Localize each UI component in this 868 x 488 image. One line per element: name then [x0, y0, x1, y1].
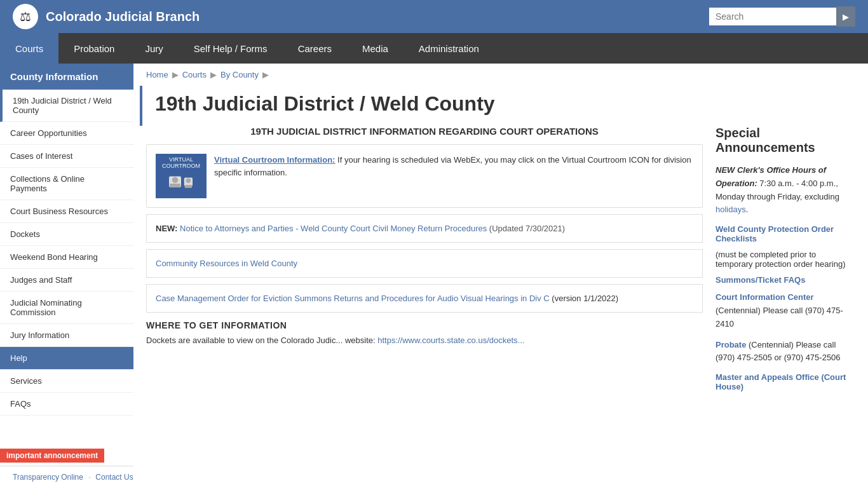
nav-probation[interactable]: Probation — [58, 33, 130, 64]
svg-point-1 — [172, 177, 179, 184]
notice-updated: (Updated 7/30/2021) — [489, 224, 565, 233]
nav-media[interactable]: Media — [347, 33, 403, 64]
sidebar-item-help[interactable]: Help — [0, 347, 133, 370]
virtual-icon-label: VIRTUAL COURTROOM — [158, 156, 204, 169]
weld-county-link[interactable]: Weld County Protection Order Checklists — [715, 224, 855, 243]
sidebar: County Information 19th Judicial Distric… — [0, 64, 133, 488]
sidebar-item-career[interactable]: Career Opportunities — [0, 122, 133, 145]
announce-item-1: NEW Clerk's Office Hours of Operation: 7… — [715, 164, 855, 217]
nav-administration[interactable]: Administration — [403, 33, 494, 64]
where-heading: WHERE TO GET INFORMATION — [146, 320, 703, 330]
announce-probate: Probate (Centennial) Please call (970) 4… — [715, 339, 855, 365]
top-bar: ⚖ Colorado Judicial Branch ▶ — [0, 0, 868, 33]
sidebar-sub-item[interactable]: 19th Judicial District / Weld County — [0, 90, 133, 122]
nav-jury[interactable]: Jury — [130, 33, 178, 64]
breadcrumb-courts[interactable]: Courts — [182, 70, 207, 79]
svg-rect-2 — [170, 184, 180, 187]
where-text: Dockets are available to view on the Col… — [146, 334, 703, 348]
breadcrumb-sep1: ▶ — [172, 70, 179, 79]
svg-rect-5 — [185, 185, 192, 188]
nav-selfhelp[interactable]: Self Help / Forms — [179, 33, 283, 64]
right-column: Special Announcements NEW Clerk's Office… — [715, 126, 855, 398]
virtual-courtroom-icon[interactable]: VIRTUAL COURTROOM — [156, 154, 207, 198]
sidebar-item-cases[interactable]: Cases of Interest — [0, 145, 133, 168]
sidebar-item-collections[interactable]: Collections & Online Payments — [0, 168, 133, 200]
holidays-link[interactable]: holidays — [715, 205, 746, 214]
sidebar-header: County Information — [0, 64, 133, 90]
new-label: NEW: — [156, 224, 177, 233]
nav-careers[interactable]: Careers — [283, 33, 347, 64]
page-title: 19th Judicial District / Weld County — [140, 86, 868, 126]
breadcrumb-home[interactable]: Home — [146, 70, 168, 79]
logo-area: ⚖ Colorado Judicial Branch — [13, 4, 709, 29]
breadcrumb-bycounty[interactable]: By County — [220, 70, 259, 79]
announce-court-info: Court Information Center (Centennial) Pl… — [715, 291, 855, 330]
search-input[interactable] — [709, 8, 836, 25]
probate-link[interactable]: Probate — [715, 340, 746, 349]
virtual-courtroom-svg — [165, 172, 197, 196]
nav-courts[interactable]: Courts — [0, 33, 58, 64]
search-button[interactable]: ▶ — [836, 6, 855, 27]
sidebar-item-judicial-nominating[interactable]: Judicial Nominating Commission — [0, 292, 133, 324]
virtual-courtroom-box: VIRTUAL COURTROOM Virtual Co — [146, 144, 703, 208]
court-info-text: (Centennial) Please call (970) 475-2410 — [715, 306, 843, 329]
weld-county-text: (must be completed prior to temporary pr… — [715, 250, 855, 269]
sidebar-item-services[interactable]: Services — [0, 370, 133, 393]
main-content: Home ▶ Courts ▶ By County ▶ 19th Judicia… — [133, 64, 868, 488]
community-box: Community Resources in Weld County — [146, 249, 703, 278]
announcements-title: Special Announcements — [715, 126, 855, 155]
sidebar-item-dockets[interactable]: Dockets — [0, 223, 133, 246]
notice-box: NEW: Notice to Attorneys and Parties - W… — [146, 214, 703, 243]
main-column: 19TH JUDICIAL DISTRICT INFORMATION REGAR… — [146, 126, 703, 398]
community-link[interactable]: Community Resources in Weld County — [156, 259, 297, 268]
breadcrumb: Home ▶ Courts ▶ By County ▶ — [133, 64, 868, 86]
svg-point-4 — [186, 178, 191, 183]
virtual-link-label: Virtual Courtroom Information: — [214, 155, 335, 165]
breadcrumb-sep3: ▶ — [262, 70, 269, 79]
breadcrumb-sep2: ▶ — [210, 70, 217, 79]
search-area: ▶ — [709, 6, 855, 27]
nav-bar: Courts Probation Jury Self Help / Forms … — [0, 33, 868, 64]
summons-link[interactable]: Summons/Ticket FAQs — [715, 275, 855, 285]
court-info-link[interactable]: Court Information Center — [715, 292, 814, 302]
dockets-link[interactable]: https://www.courts.state.co.us/dockets..… — [377, 336, 524, 345]
case-mgmt-suffix: (version 1/1/2022) — [552, 294, 618, 303]
virtual-courtroom-text: Virtual Courtroom Information: If your h… — [214, 154, 693, 179]
sidebar-item-weekend-bond[interactable]: Weekend Bond Hearing — [0, 246, 133, 269]
section-heading: 19TH JUDICIAL DISTRICT INFORMATION REGAR… — [146, 126, 703, 137]
notice-link[interactable]: Notice to Attorneys and Parties - Weld C… — [180, 224, 487, 233]
sidebar-item-court-business[interactable]: Court Business Resources — [0, 200, 133, 223]
content-area: 19TH JUDICIAL DISTRICT INFORMATION REGAR… — [133, 126, 868, 398]
site-title: Colorado Judicial Branch — [46, 10, 200, 24]
sidebar-item-jury[interactable]: Jury Information — [0, 324, 133, 347]
sidebar-item-judges[interactable]: Judges and Staff — [0, 269, 133, 292]
important-announcement-tag[interactable]: important announcement — [0, 449, 104, 463]
sidebar-item-faqs[interactable]: FAQs — [0, 393, 133, 416]
master-appeals-link[interactable]: Master and Appeals Office (Court House) — [715, 372, 855, 391]
logo-icon: ⚖ — [13, 4, 38, 29]
virtual-courtroom-link[interactable]: Virtual Courtroom Information: — [214, 155, 335, 165]
case-mgmt-link[interactable]: Case Management Order for Eviction Summo… — [156, 294, 550, 303]
case-mgmt-box: Case Management Order for Eviction Summo… — [146, 284, 703, 313]
